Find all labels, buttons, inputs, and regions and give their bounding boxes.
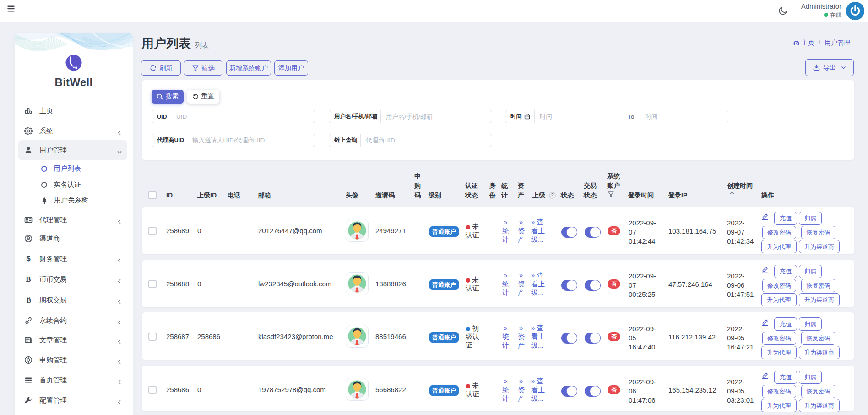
svg-text:?: ? xyxy=(551,193,554,198)
svg-text:B: B xyxy=(27,297,31,304)
